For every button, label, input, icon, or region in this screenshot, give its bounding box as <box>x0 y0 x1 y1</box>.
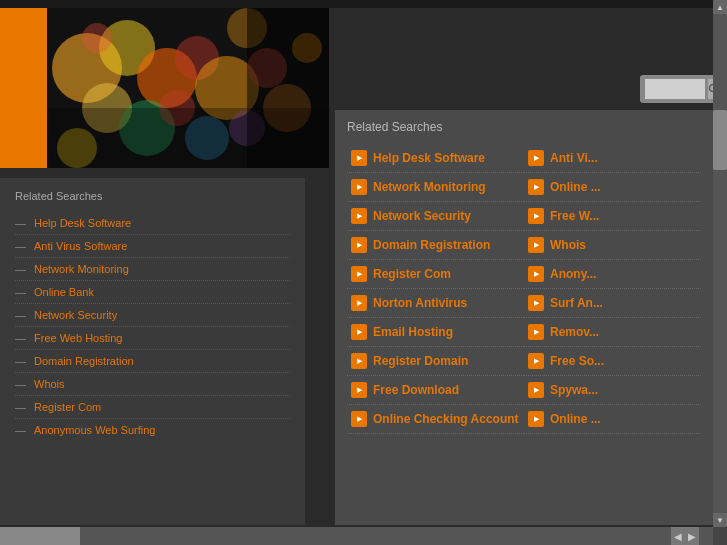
main-item-label-l5: Register Com <box>373 267 451 281</box>
arrow-icon-9: — <box>15 401 26 413</box>
main-item-label-r10: Online ... <box>550 412 601 426</box>
orange-arrow-r9 <box>528 382 544 398</box>
main-item-l3[interactable]: Network Security <box>347 202 524 231</box>
left-item-label-7: Domain Registration <box>34 355 134 367</box>
main-item-r6[interactable]: Surf An... <box>524 289 701 318</box>
arrow-icon-3: — <box>15 263 26 275</box>
scroll-up-button[interactable]: ▲ <box>713 0 727 14</box>
left-item-label-1: Help Desk Software <box>34 217 131 229</box>
arrow-icon-6: — <box>15 332 26 344</box>
main-item-l7[interactable]: Email Hosting <box>347 318 524 347</box>
left-item-6[interactable]: — Free Web Hosting <box>15 327 290 350</box>
main-item-l2[interactable]: Network Monitoring <box>347 173 524 202</box>
arrow-icon-8: — <box>15 378 26 390</box>
main-item-l9[interactable]: Free Download <box>347 376 524 405</box>
left-item-label-2: Anti Virus Software <box>34 240 127 252</box>
main-item-r10[interactable]: Online ... <box>524 405 701 434</box>
main-item-l1[interactable]: Help Desk Software <box>347 144 524 173</box>
main-item-l6[interactable]: Norton Antivirus <box>347 289 524 318</box>
main-item-label-r1: Anti Vi... <box>550 151 598 165</box>
main-item-label-r7: Remov... <box>550 325 599 339</box>
arrow-icon-1: — <box>15 217 26 229</box>
orange-arrow-l9 <box>351 382 367 398</box>
orange-arrow-l2 <box>351 179 367 195</box>
main-item-label-l1: Help Desk Software <box>373 151 485 165</box>
orange-arrow-l8 <box>351 353 367 369</box>
main-item-label-l8: Register Domain <box>373 354 468 368</box>
left-item-label-8: Whois <box>34 378 65 390</box>
scrollbar-corner <box>713 527 727 545</box>
svg-point-15 <box>82 23 112 53</box>
horizontal-scrollbar[interactable]: ◀ ▶ <box>0 527 713 545</box>
main-grid: Help Desk Software Anti Vi... Network Mo… <box>347 144 701 434</box>
top-bar <box>0 0 727 8</box>
main-item-label-l10: Online Checking Account <box>373 412 519 426</box>
orange-arrow-r6 <box>528 295 544 311</box>
search-input[interactable] <box>645 79 705 99</box>
orange-arrow-r10 <box>528 411 544 427</box>
scroll-down-button[interactable]: ▼ <box>713 513 727 527</box>
bokeh-bg <box>47 8 329 168</box>
left-item-label-10: Anonymous Web Surfing <box>34 424 155 436</box>
main-item-r1[interactable]: Anti Vi... <box>524 144 701 173</box>
orange-arrow-l3 <box>351 208 367 224</box>
main-item-l8[interactable]: Register Domain <box>347 347 524 376</box>
left-panel: Related Searches — Help Desk Software — … <box>0 178 305 525</box>
left-item-1[interactable]: — Help Desk Software <box>15 212 290 235</box>
scrollbar-thumb[interactable] <box>713 110 727 170</box>
arrow-icon-7: — <box>15 355 26 367</box>
panel-gap <box>305 168 335 525</box>
left-item-label-9: Register Com <box>34 401 101 413</box>
main-item-label-r8: Free So... <box>550 354 604 368</box>
main-item-label-r2: Online ... <box>550 180 601 194</box>
horizontal-scrollbar-thumb[interactable] <box>0 527 80 545</box>
main-item-r3[interactable]: Free W... <box>524 202 701 231</box>
left-item-9[interactable]: — Register Com <box>15 396 290 419</box>
scroll-right-button[interactable]: ▶ <box>685 527 699 545</box>
orange-strip <box>0 8 47 168</box>
left-item-2[interactable]: — Anti Virus Software <box>15 235 290 258</box>
main-panel: Related Searches Help Desk Software Anti… <box>335 110 713 525</box>
orange-arrow-l7 <box>351 324 367 340</box>
main-item-r7[interactable]: Remov... <box>524 318 701 347</box>
orange-arrow-l5 <box>351 266 367 282</box>
scroll-left-button[interactable]: ◀ <box>671 527 685 545</box>
main-item-r4[interactable]: Whois <box>524 231 701 260</box>
arrow-icon-5: — <box>15 309 26 321</box>
main-item-label-l3: Network Security <box>373 209 471 223</box>
orange-arrow-r5 <box>528 266 544 282</box>
left-item-5[interactable]: — Network Security <box>15 304 290 327</box>
left-item-4[interactable]: — Online Bank <box>15 281 290 304</box>
left-item-8[interactable]: — Whois <box>15 373 290 396</box>
orange-arrow-r7 <box>528 324 544 340</box>
main-item-r2[interactable]: Online ... <box>524 173 701 202</box>
orange-arrow-l4 <box>351 237 367 253</box>
main-item-label-l2: Network Monitoring <box>373 180 486 194</box>
left-item-7[interactable]: — Domain Registration <box>15 350 290 373</box>
left-panel-title: Related Searches <box>15 190 290 202</box>
orange-arrow-l10 <box>351 411 367 427</box>
left-item-label-3: Network Monitoring <box>34 263 129 275</box>
main-panel-title: Related Searches <box>347 120 701 134</box>
main-item-r8[interactable]: Free So... <box>524 347 701 376</box>
left-item-10[interactable]: — Anonymous Web Surfing <box>15 419 290 441</box>
header-image <box>47 8 329 168</box>
left-item-label-6: Free Web Hosting <box>34 332 122 344</box>
main-item-l5[interactable]: Register Com <box>347 260 524 289</box>
orange-arrow-l1 <box>351 150 367 166</box>
main-item-label-r5: Anony... <box>550 267 596 281</box>
left-item-3[interactable]: — Network Monitoring <box>15 258 290 281</box>
vertical-scrollbar[interactable]: ▲ ▼ <box>713 0 727 545</box>
left-item-label-5: Network Security <box>34 309 117 321</box>
main-item-r5[interactable]: Anony... <box>524 260 701 289</box>
orange-arrow-r4 <box>528 237 544 253</box>
main-item-label-r4: Whois <box>550 238 586 252</box>
main-item-label-r6: Surf An... <box>550 296 603 310</box>
main-item-r9[interactable]: Spywa... <box>524 376 701 405</box>
main-item-label-l6: Norton Antivirus <box>373 296 467 310</box>
main-item-label-r3: Free W... <box>550 209 599 223</box>
main-item-l10[interactable]: Online Checking Account <box>347 405 524 434</box>
main-item-l4[interactable]: Domain Registration <box>347 231 524 260</box>
left-item-label-4: Online Bank <box>34 286 94 298</box>
orange-arrow-r2 <box>528 179 544 195</box>
